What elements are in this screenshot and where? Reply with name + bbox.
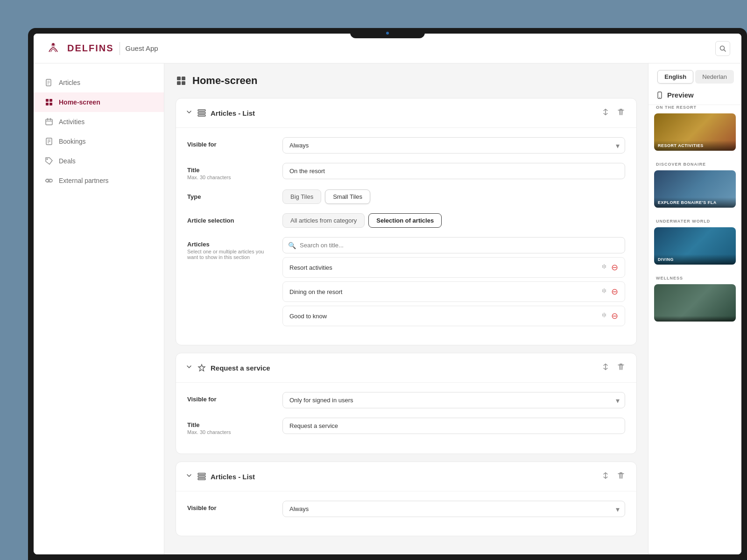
svg-line-3 xyxy=(724,49,726,51)
svg-rect-28 xyxy=(177,81,181,85)
sidebar-item-articles[interactable]: Articles xyxy=(34,73,164,92)
input-title-1[interactable] xyxy=(282,163,625,179)
header-divider xyxy=(120,42,120,55)
section-type-icon-3 xyxy=(197,472,206,481)
select-visible-for-3[interactable]: Always Only for signed in users Never xyxy=(282,501,625,517)
collapse-btn-3[interactable] xyxy=(185,472,193,481)
btn-all-articles[interactable]: All articles from category xyxy=(282,213,365,228)
select-visible-for-1[interactable]: Always Only for signed in users Never xyxy=(282,137,625,154)
svg-rect-26 xyxy=(177,77,181,80)
svg-rect-12 xyxy=(46,119,52,125)
form-row-article-selection: Article selection All articles from cate… xyxy=(187,213,625,228)
preview-section-label-underwater: UNDERWATER WORLD xyxy=(654,219,736,224)
main-layout: Articles Home-screen Activities Bookings… xyxy=(34,63,741,554)
list-item: Resort activities ⊖ xyxy=(282,257,625,278)
remove-icon-3[interactable]: ⊖ xyxy=(611,311,618,321)
svg-rect-8 xyxy=(46,99,49,102)
lang-tab-nederlands[interactable]: Nederlan xyxy=(695,70,734,84)
form-body-3: Visible for Always Only for signed in us… xyxy=(176,491,636,536)
delete-btn-1[interactable] xyxy=(615,106,627,120)
control-articles: 🔍 Resort activities xyxy=(282,237,625,326)
sidebar-label-activities: Activities xyxy=(59,118,85,126)
control-title-2 xyxy=(282,418,625,434)
lang-tab-english[interactable]: English xyxy=(657,70,693,84)
remove-icon-1[interactable]: ⊖ xyxy=(611,262,618,273)
book-icon xyxy=(45,137,53,146)
reorder-btn-3[interactable] xyxy=(600,470,611,483)
preview-card-overlay-resort: RESORT ACTIVITIES xyxy=(654,140,736,151)
page-icon xyxy=(176,75,187,86)
preview-title: Preview xyxy=(667,91,694,99)
form-row-visible-for-3: Visible for Always Only for signed in us… xyxy=(187,501,625,517)
sidebar-item-external-partners[interactable]: External partners xyxy=(34,171,164,190)
list-item: Good to know ⊖ xyxy=(282,306,625,326)
sidebar-item-deals[interactable]: Deals xyxy=(34,151,164,171)
svg-rect-53 xyxy=(198,476,205,477)
section-header-3: Articles - List xyxy=(176,462,636,491)
sidebar-item-activities[interactable]: Activities xyxy=(34,112,164,132)
btn-selection-articles[interactable]: Selection of articles xyxy=(368,213,442,228)
section-type-icon-2 xyxy=(197,364,206,372)
sidebar-label-home-screen: Home-screen xyxy=(59,98,100,106)
remove-icon-2[interactable]: ⊖ xyxy=(611,287,618,297)
articles-search-input[interactable] xyxy=(282,237,625,253)
article-item-label-1: Resort activities xyxy=(289,264,601,271)
section-header-actions-2 xyxy=(600,361,627,375)
main-content: Home-screen Articles - List xyxy=(164,63,648,554)
preview-section-discover-bonaire: DISCOVER BONAIRE EXPLORE BONAIRE'S FLA xyxy=(648,162,741,219)
svg-rect-29 xyxy=(182,81,185,85)
collapse-btn-2[interactable] xyxy=(185,363,193,372)
page-header: Home-screen xyxy=(176,75,637,87)
article-item-actions-2: ⊖ xyxy=(601,287,618,297)
drag-icon-2[interactable] xyxy=(601,287,607,296)
delete-btn-2[interactable] xyxy=(615,361,627,375)
sidebar: Articles Home-screen Activities Bookings… xyxy=(34,63,164,554)
input-title-2[interactable] xyxy=(282,418,625,434)
sidebar-item-home-screen[interactable]: Home-screen xyxy=(34,92,164,112)
label-title-2: Title Max. 30 characters xyxy=(187,418,271,435)
section-card-articles-list-1: Articles - List xyxy=(176,98,637,345)
svg-point-22 xyxy=(49,179,52,182)
sidebar-label-deals: Deals xyxy=(59,157,76,165)
reorder-btn-2[interactable] xyxy=(600,361,611,374)
form-body-2: Visible for Always Only for signed in us… xyxy=(176,383,636,454)
brand-name: DELFINS xyxy=(67,43,114,54)
svg-rect-11 xyxy=(49,103,52,105)
form-row-visible-for-2: Visible for Always Only for signed in us… xyxy=(187,392,625,408)
control-article-selection: All articles from category Selection of … xyxy=(282,213,625,228)
toggle-small-tiles[interactable]: Small Tiles xyxy=(325,189,370,204)
section-header-1: Articles - List xyxy=(176,98,636,128)
drag-icon-3[interactable] xyxy=(601,312,607,320)
control-visible-for-3: Always Only for signed in users Never ▾ xyxy=(282,501,625,517)
delete-btn-3[interactable] xyxy=(615,469,627,483)
preview-header: Preview xyxy=(648,84,741,105)
language-tabs: English Nederlan xyxy=(648,63,741,84)
form-row-title-2: Title Max. 30 characters xyxy=(187,418,625,435)
preview-card-overlay-underwater: DIVING xyxy=(654,254,736,265)
link-icon xyxy=(45,176,53,185)
select-visible-for-2[interactable]: Always Only for signed in users Never xyxy=(282,392,625,408)
label-visible-for-2: Visible for xyxy=(187,392,271,403)
calendar-icon xyxy=(45,118,53,126)
sidebar-item-bookings[interactable]: Bookings xyxy=(34,132,164,151)
preview-card-resort: RESORT ACTIVITIES xyxy=(654,113,736,151)
preview-section-label-on-the-resort: ON THE RESORT xyxy=(654,105,736,110)
article-item-actions-1: ⊖ xyxy=(601,262,618,273)
form-body-1: Visible for Always Only for signed in us… xyxy=(176,128,636,345)
toggle-big-tiles[interactable]: Big Tiles xyxy=(282,189,321,204)
articles-search-wrapper: 🔍 xyxy=(282,237,625,253)
control-visible-for-1: Always Only for signed in users Never ▾ xyxy=(282,137,625,154)
list-item: Dining on the resort ⊖ xyxy=(282,281,625,302)
form-row-visible-for-1: Visible for Always Only for signed in us… xyxy=(187,137,625,154)
preview-card-underwater: DIVING xyxy=(654,227,736,265)
article-item-actions-3: ⊖ xyxy=(601,311,618,321)
preview-section-label-wellness: WELLNESS xyxy=(654,276,736,280)
reorder-btn-1[interactable] xyxy=(600,106,611,119)
search-button[interactable] xyxy=(715,41,730,56)
svg-rect-10 xyxy=(46,103,49,105)
drag-icon-1[interactable] xyxy=(601,263,607,272)
search-icon-inner: 🔍 xyxy=(288,242,296,249)
control-type-1: Big Tiles Small Tiles xyxy=(282,189,625,204)
section-header-actions-1 xyxy=(600,106,627,120)
collapse-btn-1[interactable] xyxy=(185,108,193,118)
